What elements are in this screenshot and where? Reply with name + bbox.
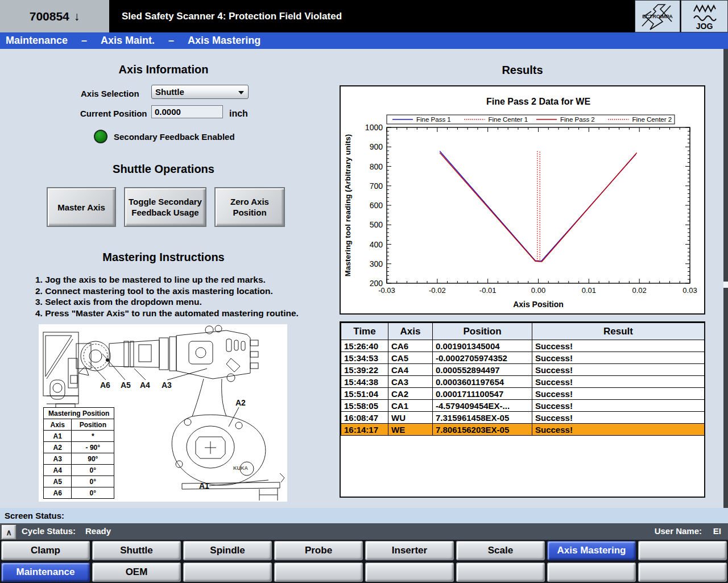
results-cell: -4.579409454EX-... xyxy=(433,400,532,412)
fine-pass-chart: Fine Pass 2 Data for WEFine Pass 1Fine C… xyxy=(340,85,705,315)
x-tick-label: 0.01 xyxy=(582,286,596,295)
results-col-position: Position xyxy=(433,323,532,340)
results-cell: Success! xyxy=(532,388,705,400)
results-cell: Success! xyxy=(532,340,705,352)
current-position-field[interactable]: 0.0000 xyxy=(151,105,223,118)
master-axis-button[interactable]: Master Axis xyxy=(47,187,116,227)
breadcrumb-item-maintenance[interactable]: Maintenance xyxy=(6,35,68,47)
mastering-table-title: Mastering Position xyxy=(44,408,114,419)
toggle-secondary-feedback-usage-button[interactable]: Toggle SecondaryFeedback Usage xyxy=(124,187,206,227)
brand-logo-button[interactable]: ECTROIMPA xyxy=(635,0,680,32)
instruction-step: 4. Press "Master Axis" to run the automa… xyxy=(35,308,320,319)
softkey-inserter[interactable]: Inserter xyxy=(365,541,454,560)
softkey-blank[interactable] xyxy=(365,563,454,582)
softkey-blank[interactable] xyxy=(274,563,363,582)
breadcrumb-separator: – xyxy=(168,35,174,47)
softkey-row-2: MaintenanceOEM xyxy=(0,561,728,583)
operations-button-row: Master AxisToggle SecondaryFeedback Usag… xyxy=(47,187,288,228)
results-cell: 16:08:47 xyxy=(341,412,388,424)
softkey-blank[interactable] xyxy=(183,563,272,582)
axis-label-a3: A3 xyxy=(162,381,172,390)
axis-selection-label: Axis Selection xyxy=(81,89,139,98)
jog-mode-button[interactable]: JOG xyxy=(681,0,728,32)
softkey-blank[interactable] xyxy=(547,563,636,582)
chevron-down-icon xyxy=(238,91,244,94)
mastering-table-cell: 0° xyxy=(72,465,114,476)
position-units: inch xyxy=(229,109,248,119)
mastering-table-cell: A3 xyxy=(44,453,72,465)
results-col-time: Time xyxy=(341,323,388,340)
mastering-table-cell: - 90° xyxy=(72,442,114,453)
mastering-table-row: A2- 90° xyxy=(44,442,114,453)
results-cell: 15:34:53 xyxy=(341,352,388,364)
cycle-status-value: Ready xyxy=(85,526,111,536)
alarm-number: 700854 xyxy=(30,10,69,23)
results-col-result: Result xyxy=(532,323,705,340)
results-cell: CA6 xyxy=(388,340,433,352)
softkey-shuttle[interactable]: Shuttle xyxy=(92,541,181,560)
results-row-ca4[interactable]: 15:39:22CA40.000552894497Success! xyxy=(341,364,705,376)
logo-text: ECTROIMPA xyxy=(642,14,673,19)
results-col-axis: Axis xyxy=(388,323,433,340)
y-tick-label: 500 xyxy=(370,220,383,229)
softkey-spindle[interactable]: Spindle xyxy=(183,541,272,560)
softkey-row-1: ClampShuttleSpindleProbeInserterScaleAxi… xyxy=(0,540,728,561)
legend-label-1: Fine Pass 1 xyxy=(416,116,451,123)
results-title: Results xyxy=(340,64,705,77)
mastering-table-cell: A6 xyxy=(44,487,72,499)
softkey-maintenance[interactable]: Maintenance xyxy=(1,563,90,582)
results-cell: Success! xyxy=(532,376,705,388)
results-row-ca3[interactable]: 15:44:38CA30.0003601197654Success! xyxy=(341,376,705,388)
softkey-oem[interactable]: OEM xyxy=(92,563,181,582)
results-cell: CA5 xyxy=(388,352,433,364)
mastering-table-cell: 90° xyxy=(72,453,114,465)
axis-label-a1: A1 xyxy=(199,481,209,490)
breadcrumb-item-axis-mastering[interactable]: Axis Mastering xyxy=(188,35,260,47)
current-position-value: 0.0000 xyxy=(155,107,181,117)
softkey-blank[interactable] xyxy=(456,563,545,582)
axis-selection-dropdown[interactable]: Shuttle xyxy=(151,85,249,99)
results-row-ca1[interactable]: 15:58:05CA1-4.579409454EX-...Success! xyxy=(341,400,705,412)
softkey-menu: ClampShuttleSpindleProbeInserterScaleAxi… xyxy=(0,540,728,583)
softkey-blank[interactable] xyxy=(638,563,727,582)
results-cell: Success! xyxy=(532,364,705,376)
right-scrollbar[interactable] xyxy=(723,49,728,508)
mastering-table-cell: A1 xyxy=(44,431,72,442)
x-tick-label: 0.03 xyxy=(682,286,697,295)
chart-canvas: Fine Pass 2 Data for WEFine Pass 1Fine C… xyxy=(341,86,704,313)
y-tick-label: 900 xyxy=(370,142,383,151)
results-cell: CA1 xyxy=(388,400,433,412)
axis-label-a4: A4 xyxy=(140,381,150,390)
axis-label-a6: A6 xyxy=(100,381,110,390)
axis-information-title: Axis Information xyxy=(0,63,327,76)
zero-axis-position-button[interactable]: Zero AxisPosition xyxy=(214,187,285,227)
robot-mastering-diagram: A6 A5 A4 A3 A2 A1 KUKA Mastering Positio… xyxy=(39,324,287,502)
alarm-number-box[interactable]: 700854 ↓ xyxy=(0,0,109,32)
results-row-we[interactable]: 16:14:17WE7.806156203EX-05Success! xyxy=(341,424,705,436)
results-row-wu[interactable]: 16:08:47WU7.315961458EX-05Success! xyxy=(341,412,705,424)
robot-brand-text: KUKA xyxy=(233,465,248,471)
softkey-clamp[interactable]: Clamp xyxy=(1,541,90,560)
instruction-list: 1. Jog the axis to be mastered to line u… xyxy=(35,274,320,319)
mastering-table-cell: A4 xyxy=(44,465,72,476)
mastering-table-cell: A5 xyxy=(44,476,72,487)
softkey-scale[interactable]: Scale xyxy=(456,541,545,560)
jog-label: JOG xyxy=(696,23,713,30)
softkey-probe[interactable]: Probe xyxy=(274,541,363,560)
collapse-button[interactable]: ∧ xyxy=(1,524,16,540)
series-fine-pass-2 xyxy=(440,153,636,262)
results-row-ca2[interactable]: 15:51:04CA20.0001711100547Success! xyxy=(341,388,705,400)
results-row-ca5[interactable]: 15:34:53CA5-0.0002705974352Success! xyxy=(341,352,705,364)
mastering-table-row: A1* xyxy=(44,431,114,442)
breadcrumb-item-axis-maint-[interactable]: Axis Maint. xyxy=(101,35,155,47)
results-cell: 7.315961458EX-05 xyxy=(433,412,532,424)
instruction-step: 3. Select axis from the dropdown menu. xyxy=(35,296,320,308)
axis-selection-value: Shuttle xyxy=(155,87,184,97)
softkey-blank[interactable] xyxy=(638,541,727,560)
results-cell: CA3 xyxy=(388,376,433,388)
results-cell: 0.000552894497 xyxy=(433,364,532,376)
softkey-axis-mastering[interactable]: Axis Mastering xyxy=(547,541,636,560)
results-cell: WE xyxy=(388,424,433,436)
results-row-ca6[interactable]: 15:26:40CA60.001901345004Success! xyxy=(341,340,705,352)
scrollbar-thumb[interactable] xyxy=(723,282,728,288)
